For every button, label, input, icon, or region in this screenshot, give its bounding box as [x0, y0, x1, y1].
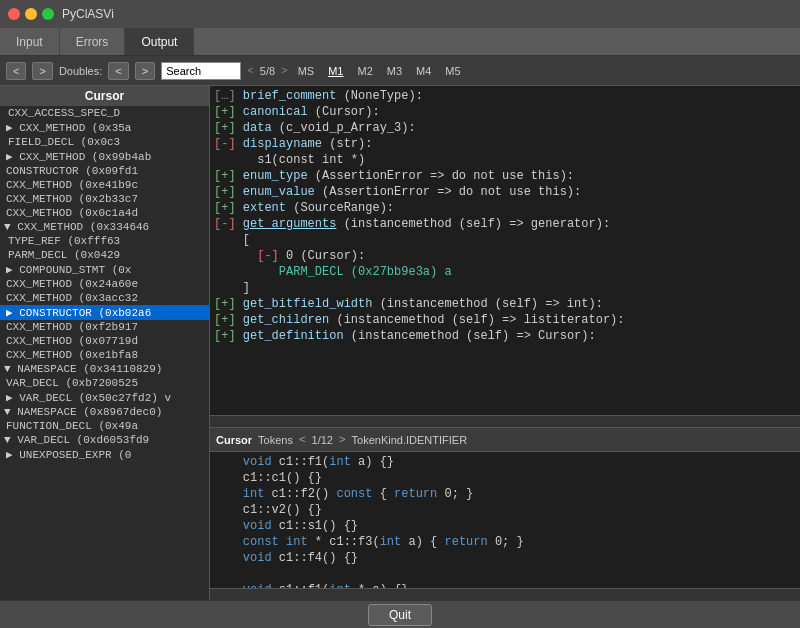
prop-extent: [+] extent (SourceRange): [214, 200, 796, 216]
code-line: void c1::f1(int a) {} [214, 454, 796, 470]
tree-item[interactable]: CXX_METHOD (0x0c1a4d [0, 206, 209, 220]
tree-item[interactable]: CXX_METHOD (0x24a60e [0, 277, 209, 291]
prop-parm-decl: PARM_DECL (0x27bb9e3a) a [214, 264, 796, 280]
prop-get-definition: [+] get_definition (instancemethod (self… [214, 328, 796, 344]
cursor-label[interactable]: Cursor [216, 434, 252, 446]
prop-get-arguments[interactable]: [-] get_arguments (instancemethod (self)… [214, 216, 796, 232]
tab-input[interactable]: Input [0, 28, 60, 55]
quit-button[interactable]: Quit [368, 604, 432, 626]
tree-item[interactable]: VAR_DECL (0xb7200525 [0, 376, 209, 390]
nav-right-button[interactable]: > [135, 62, 155, 80]
prop-enum-type: [+] enum_type (AssertionError => do not … [214, 168, 796, 184]
code-line: int c1::f2() const { return 0; } [214, 486, 796, 502]
tree-item[interactable]: ▼ NAMESPACE (0x34110829) [0, 362, 209, 376]
tree-item[interactable]: TYPE_REF (0xfff63 [0, 234, 209, 248]
prop-get-bitfield-width: [+] get_bitfield_width (instancemethod (… [214, 296, 796, 312]
tree-panel: Cursor CXX_ACCESS_SPEC_D▶ CXX_METHOD (0x… [0, 86, 210, 600]
window-controls[interactable] [8, 8, 54, 20]
search-input[interactable] [161, 62, 241, 80]
prop-displayname-val: s1(const int *) [214, 152, 796, 168]
code-hscrollbar[interactable] [210, 588, 800, 600]
search-nav-left[interactable]: < [247, 65, 254, 77]
bottom-bar: Quit [0, 600, 800, 628]
search-count: 5/8 [260, 65, 275, 77]
marker-m2[interactable]: M2 [353, 63, 376, 79]
tree-item[interactable]: ▶ UNEXPOSED_EXPR (0 [0, 447, 209, 462]
tree-item[interactable]: ▶ CXX_METHOD (0x35a [0, 120, 209, 135]
tree-item[interactable]: FUNCTION_DECL (0x49a [0, 419, 209, 433]
tree-item[interactable]: ▶ CXX_METHOD (0x99b4ab [0, 149, 209, 164]
cursor-count: 1/12 [312, 434, 333, 446]
props-hscrollbar[interactable] [210, 416, 800, 428]
code-line: const int * c1::f3(int a) { return 0; } [214, 534, 796, 550]
tree-item[interactable]: ▼ CXX_METHOD (0x334646 [0, 220, 209, 234]
token-kind: TokenKind.IDENTIFIER [352, 434, 468, 446]
tree-item[interactable]: ▶ COMPOUND_STMT (0x [0, 262, 209, 277]
tree-item[interactable]: CXX_METHOD (0xe41b9c [0, 178, 209, 192]
tree-item[interactable]: CXX_METHOD (0xf2b917 [0, 320, 209, 334]
tree-item[interactable]: ▶ VAR_DECL (0x50c27fd2) v [0, 390, 209, 405]
code-line: c1::c1() {} [214, 470, 796, 486]
prop-data: [+] data (c_void_p_Array_3): [214, 120, 796, 136]
tree-item[interactable]: ▶ CONSTRUCTOR (0xb02a6 [0, 305, 209, 320]
marker-m5[interactable]: M5 [441, 63, 464, 79]
tree-item[interactable]: CXX_METHOD (0x07719d [0, 334, 209, 348]
tree-item[interactable]: ▼ NAMESPACE (0x8967dec0) [0, 405, 209, 419]
prop-bracket-close: ] [214, 280, 796, 296]
tree-item[interactable]: CONSTRUCTOR (0x09fd1 [0, 164, 209, 178]
tree-item[interactable]: ▼ VAR_DECL (0xd6053fd9 [0, 433, 209, 447]
tree-item[interactable]: CXX_METHOD (0x3acc32 [0, 291, 209, 305]
prop-bracket-open: [ [214, 232, 796, 248]
code-line: void c1::f4() {} [214, 550, 796, 566]
prop-displayname: [-] displayname (str): [214, 136, 796, 152]
tree-item[interactable]: CXX_METHOD (0x2b33c7 [0, 192, 209, 206]
tree-item[interactable]: FIELD_DECL (0x0c3 [0, 135, 209, 149]
cursor-bar: Cursor Tokens < 1/12 > TokenKind.IDENTIF… [210, 428, 800, 452]
tab-output[interactable]: Output [125, 28, 194, 55]
doubles-label: Doubles: [59, 65, 102, 77]
nav-left-button[interactable]: < [108, 62, 128, 80]
marker-m3[interactable]: M3 [383, 63, 406, 79]
marker-m1[interactable]: M1 [324, 63, 347, 79]
tree-item[interactable]: CXX_ACCESS_SPEC_D [0, 106, 209, 120]
props-panel: […] brief_comment (NoneType): [+] canoni… [210, 86, 800, 416]
code-line: void c1::s1() {} [214, 518, 796, 534]
titlebar: PyClASVi [0, 0, 800, 28]
tree-item[interactable]: PARM_DECL (0x0429 [0, 248, 209, 262]
code-panel: void c1::f1(int a) {} c1::c1() {} int c1… [210, 452, 800, 588]
marker-m4[interactable]: M4 [412, 63, 435, 79]
app-title: PyClASVi [62, 7, 114, 21]
prop-canonical: [+] canonical (Cursor): [214, 104, 796, 120]
maximize-button[interactable] [42, 8, 54, 20]
cursor-nav-right[interactable]: > [339, 434, 346, 446]
marker-ms[interactable]: MS [294, 63, 319, 79]
right-panel: […] brief_comment (NoneType): [+] canoni… [210, 86, 800, 600]
tree-panel-header: Cursor [0, 86, 209, 106]
toolbar: < > Doubles: < > < 5/8 > MS M1 M2 M3 M4 … [0, 56, 800, 86]
close-button[interactable] [8, 8, 20, 20]
tree-item[interactable]: CXX_METHOD (0xe1bfa8 [0, 348, 209, 362]
code-line: c1::v2() {} [214, 502, 796, 518]
main-area: Cursor CXX_ACCESS_SPEC_D▶ CXX_METHOD (0x… [0, 86, 800, 600]
code-line [214, 566, 796, 582]
tab-errors[interactable]: Errors [60, 28, 126, 55]
search-nav-right[interactable]: > [281, 65, 288, 77]
tab-bar: Input Errors Output [0, 28, 800, 56]
prop-get-children: [+] get_children (instancemethod (self) … [214, 312, 796, 328]
forward-button[interactable]: > [32, 62, 52, 80]
cursor-nav-left[interactable]: < [299, 434, 306, 446]
tokens-label[interactable]: Tokens [258, 434, 293, 446]
tree-items: CXX_ACCESS_SPEC_D▶ CXX_METHOD (0x35aFIEL… [0, 106, 209, 462]
prop-enum-value: [+] enum_value (AssertionError => do not… [214, 184, 796, 200]
minimize-button[interactable] [25, 8, 37, 20]
prop-brief-comment: […] brief_comment (NoneType): [214, 88, 796, 104]
prop-arg0: [-] 0 (Cursor): [214, 248, 796, 264]
back-button[interactable]: < [6, 62, 26, 80]
